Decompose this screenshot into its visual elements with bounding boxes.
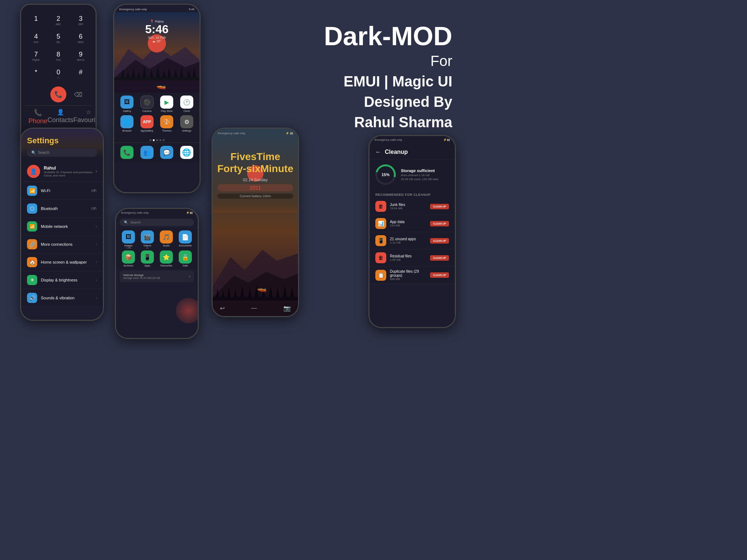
clean-up-appdata-button[interactable]: CLEAN UP <box>430 221 449 226</box>
contacts-dock-icon: 👥 <box>140 146 154 159</box>
dialer-key-6[interactable]: 6MNO <box>70 30 91 46</box>
chevron-right-icon: › <box>96 242 97 247</box>
dialer-key-4[interactable]: 4GHI <box>26 30 46 46</box>
clock-status-bar: Emergency calls only ⚡ ▮▮ <box>213 132 298 135</box>
dock-phone[interactable]: 📞 <box>118 146 136 160</box>
themes-icon: 🎨 <box>160 115 173 128</box>
profile-info: Rahul HUAWEI ID, Payment and purchases, … <box>44 166 96 177</box>
app-clock[interactable]: 🕐 Clock <box>178 96 196 112</box>
dialer-key-star[interactable]: * <box>26 66 46 82</box>
settings-item-sounds[interactable]: 🔊 Sounds & vibration › <box>21 289 103 307</box>
profile-desc: HUAWEI ID, Payment and purchases, Cloud,… <box>44 171 96 177</box>
dialer-key-0[interactable]: 0+ <box>48 66 69 82</box>
apps-row-2: 🌐 Browser APP AppGallery 🎨 Themes ⚙ Sett… <box>117 115 197 132</box>
clock-date: Sun, 14 Feb <box>145 36 169 39</box>
title-for: For <box>324 51 452 71</box>
cleanup-section-title: RECOMMENDED FOR CLEANUP <box>369 190 455 198</box>
favourites-icon: ⭐ <box>160 250 173 264</box>
dialer-key-5[interactable]: 5JKL <box>48 30 69 46</box>
clock-wallpaper: Emergency calls only ⚡ ▮▮ <box>213 129 298 316</box>
clean-up-unused-button[interactable]: CLEAN UP <box>430 238 449 244</box>
app-camera[interactable]: ⚫ Camera <box>138 96 156 112</box>
dialer-key-2[interactable]: 2ABC <box>48 12 69 28</box>
storage-status: Storage sufficient <box>401 168 449 173</box>
clean-up-residual-button[interactable]: CLEAN UP <box>430 255 449 261</box>
settings-item-mobile[interactable]: 📶 Mobile network › <box>21 218 103 236</box>
dialer-key-1[interactable]: 1 <box>26 12 46 28</box>
cleanup-item-junk: 🗑 Junk files 78.94 MB CLEAN UP <box>369 198 455 215</box>
settings-item-home[interactable]: 🏠 Home screen & wallpaper › <box>21 253 103 271</box>
files-audio[interactable]: 🎵 Audio <box>158 230 175 249</box>
svg-rect-20 <box>213 297 298 301</box>
boat-silhouette: 🚤 <box>257 283 267 292</box>
home-status-bar: Emergency calls only 5:46 <box>114 5 200 12</box>
avatar: 👤 <box>27 165 40 178</box>
clean-up-duplicate-button[interactable]: CLEAN UP <box>430 272 449 278</box>
app-browser[interactable]: 🌐 Browser <box>118 115 136 132</box>
files-storage[interactable]: Internal storage Storage used: 20.28 GB/… <box>120 271 194 282</box>
files-archives[interactable]: 📦 Archives <box>120 250 137 267</box>
browser-icon: 🌐 <box>120 115 133 128</box>
cleanup-summary: 15% Storage sufficient Auto-cleaned 1.18… <box>369 159 455 190</box>
clock-status-icons: ⚡ ▮▮ <box>286 132 293 135</box>
safe-icon: 🔒 <box>179 250 192 264</box>
settings-item-display[interactable]: ☀ Display & brightness › <box>21 271 103 289</box>
sun-deco <box>176 298 198 323</box>
clock-temp: ☁ 25° <box>145 39 169 43</box>
files-videos[interactable]: 🎬 Videos 21 <box>139 230 156 249</box>
settings-header: Settings 🔍 Search <box>21 129 103 161</box>
clock-screen: Emergency calls only ⚡ ▮▮ <box>213 129 298 316</box>
settings-profile[interactable]: 👤 Rahul HUAWEI ID, Payment and purchases… <box>21 161 103 182</box>
home-wallpaper: 📍 Patna 5:46 Sun, 14 Feb ☁ 25° 🚤 <box>114 12 200 93</box>
phone-tab[interactable]: 📞Phone <box>28 109 47 126</box>
app-themes[interactable]: 🎨 Themes <box>158 115 175 132</box>
dock-chrome[interactable]: 🌐 <box>178 146 196 160</box>
app-gallery[interactable]: 🖼 Gallery <box>118 96 136 112</box>
phone-files: Emergency calls only ⚡▮▮ 🔍 Search 🖼 Imag… <box>115 208 199 339</box>
dock-contacts[interactable]: 👥 <box>138 146 156 160</box>
files-documents[interactable]: 📄 Documents <box>177 230 194 249</box>
dialer-key-hash[interactable]: # <box>70 66 91 82</box>
dialer-key-9[interactable]: 9WXYZ <box>70 48 91 64</box>
dialer-key-3[interactable]: 3DEF <box>70 12 91 28</box>
files-favourites[interactable]: ⭐ Favourites <box>158 250 175 267</box>
dock-messages[interactable]: 💬 <box>158 146 175 160</box>
settings-item-bluetooth[interactable]: ⬡ Bluetooth Off › <box>21 200 103 218</box>
files-safe[interactable]: 🔒 Safe <box>177 250 194 267</box>
phone-home: Emergency calls only 5:46 <box>113 4 201 193</box>
cleanup-item-duplicate: 📋 Duplicate files (29 groups) 886 MB CLE… <box>369 267 455 284</box>
settings-search[interactable]: 🔍 Search <box>27 148 97 157</box>
files-search[interactable]: 🔍 Search <box>120 219 194 226</box>
home-apps-grid: 🖼 Gallery ⚫ Camera ▶ Play Store 🕐 Clock <box>114 93 200 138</box>
clock-date-line: 02.14 Sunday <box>217 178 293 182</box>
dialer-key-8[interactable]: 8TUV <box>48 48 69 64</box>
boat-silhouette: 🚤 <box>156 80 166 90</box>
app-appgallery[interactable]: APP AppGallery <box>138 115 156 132</box>
clock-status-left: Emergency calls only <box>218 132 245 135</box>
back-button[interactable]: ← <box>375 149 381 155</box>
dialer-key-7[interactable]: 7PQRS <box>26 48 46 64</box>
settings-item-wifi[interactable]: 📶 Wi-Fi Off › <box>21 182 103 200</box>
app-settings[interactable]: ⚙ Settings <box>178 115 196 132</box>
title-area: Dark-MOD For EMUI | Magic UI Designed By… <box>324 22 452 132</box>
delete-button[interactable]: ⌫ <box>72 89 84 100</box>
clean-up-junk-button[interactable]: CLEAN UP <box>430 204 449 209</box>
back-icon[interactable]: ↩ <box>220 305 225 312</box>
files-images[interactable]: 🖼 Images 4,038 <box>120 230 137 249</box>
chevron-right-icon: › <box>96 277 97 283</box>
phone-clock: Emergency calls only ⚡ ▮▮ <box>212 128 299 317</box>
settings-item-more-connections[interactable]: 🔗 More connections › <box>21 236 103 253</box>
favourites-tab[interactable]: ☆Favourites <box>73 109 96 126</box>
contacts-tab[interactable]: 👤Contacts <box>47 109 73 126</box>
camera-shortcut-icon[interactable]: 📷 <box>283 305 291 312</box>
chevron-right-icon: › <box>96 295 97 300</box>
playstore-icon: ▶ <box>160 96 173 109</box>
phone-dock-icon: 📞 <box>120 146 133 159</box>
files-apps[interactable]: 📱 Apps <box>139 250 156 267</box>
phone-settings: Settings 🔍 Search 👤 Rahul HUAWEI ID, Pay… <box>20 128 104 321</box>
app-playstore[interactable]: ▶ Play Store <box>158 96 175 112</box>
dot-4 <box>159 139 161 141</box>
phone-cleanup: Emergency calls only ⚡▮▮ ← Cleanup 15% S… <box>368 135 456 328</box>
camera-icon: ⚫ <box>140 96 154 109</box>
call-button[interactable]: 📞 <box>50 86 66 102</box>
